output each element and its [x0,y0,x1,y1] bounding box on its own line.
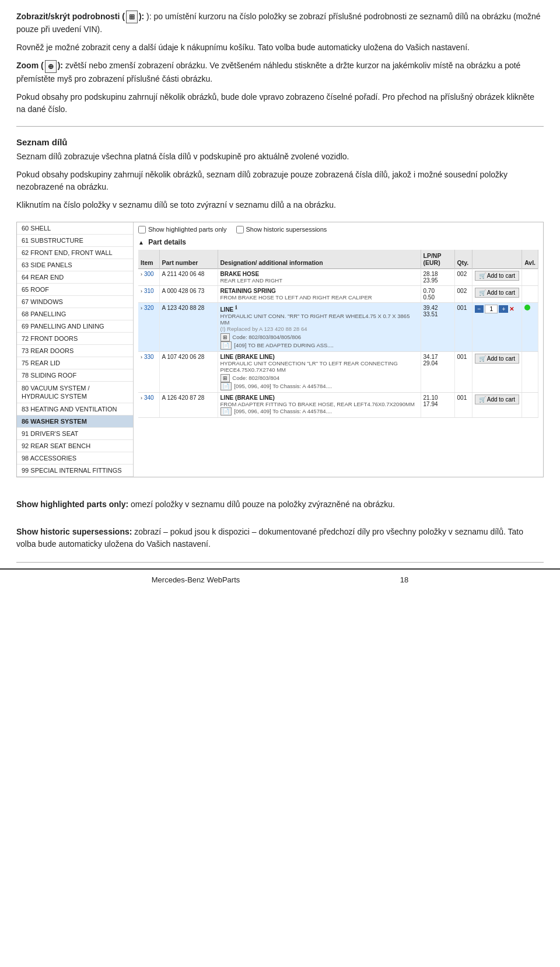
designation-300: BRAKE HOSE REAR LEFT AND RIGHT [218,268,421,285]
item-300[interactable]: ›300 [138,268,159,285]
designation-310: RETAINING SPRING FROM BRAKE HOSE TO LEFT… [218,285,421,302]
sidebar-item-62[interactable]: 62 FRONT END, FRONT WALL [17,247,133,259]
action-310[interactable]: 🛒 Add to cart [472,285,522,302]
code-icon-330: ⊞ [220,374,230,382]
part-number-310: A 000 428 06 73 [159,285,218,302]
table-row: ›340 A 126 420 87 28 LINE (BRAKE LINE) F… [138,392,538,417]
qty-minus-320[interactable]: − [475,305,484,313]
seznam-para-1: Seznam dílů zobrazuje všechna platná čís… [16,151,544,163]
filter-historic[interactable]: Show historic supersessions [236,226,327,233]
sidebar-item-92[interactable]: 92 REAR SEAT BENCH [17,440,133,452]
col-avl: Avl. [522,250,538,269]
price-340: 21.1017.94 [421,392,454,417]
price-320: 39.4233.51 [421,302,454,351]
sidebar-item-99[interactable]: 99 SPECIAL INTERNAL FITTINGS [17,465,133,477]
chevron-icon: › [141,354,142,360]
sidebar-item-75[interactable]: 75 REAR LID [17,357,133,369]
action-330[interactable]: 🛒 Add to cart [472,351,522,392]
add-to-cart-310[interactable]: 🛒 Add to cart [475,288,520,298]
sidebar-menu: 60 SHELL 61 SUBSTRUCTURE 62 FRONT END, F… [17,222,134,477]
qty-control-320: − + ✕ [475,305,520,313]
qty-330: 001 [454,351,472,392]
sidebar-item-73[interactable]: 73 REAR DOORS [17,345,133,357]
chevron-icon: › [141,271,142,277]
designation-330: LINE (BRAKE LINE) HYDRAULIC UNIT CONNECT… [218,351,421,392]
intro-paragraph-2: Rovněž je možné zobrazit ceny a další úd… [16,41,544,54]
code-icon: ⊞ [220,333,230,341]
add-to-cart-300[interactable]: 🛒 Add to cart [475,271,520,281]
sidebar-item-65[interactable]: 65 ROOF [17,284,133,296]
page-number: 18 [400,575,408,584]
qty-input-320[interactable] [485,305,498,313]
bottom-para-2: Show historic supersessions: zobrazí – p… [16,526,544,550]
table-row: ›320 A 123 420 88 28 LINE ℹ HYDRAULIC UN… [138,302,538,351]
sidebar-item-61[interactable]: 61 SUBSTRUCTURE [17,235,133,247]
historic-label: Show historic supersessions [246,226,327,233]
price-300: 28.1823.95 [421,268,454,285]
action-340[interactable]: 🛒 Add to cart [472,392,522,417]
footer-divider [16,562,544,563]
add-to-cart-330[interactable]: 🛒 Add to cart [475,354,520,364]
qty-remove-320[interactable]: ✕ [509,306,514,312]
designation-340: LINE (BRAKE LINE) FROM ADAPTER FITTING T… [218,392,421,417]
zoom-text: zvětší nebo zmenší zobrazení obrázku. Ve… [16,61,520,83]
sidebar-item-63[interactable]: 63 SIDE PANELS [17,259,133,271]
highlight-checkbox[interactable] [138,226,146,233]
part-details-header: ▲ Part details [138,238,538,246]
action-300[interactable]: 🛒 Add to cart [472,268,522,285]
part-number-340: A 126 420 87 28 [159,392,218,417]
item-340[interactable]: ›340 [138,392,159,417]
col-item: Item [138,250,159,269]
screenshot-container: 60 SHELL 61 SUBSTRUCTURE 62 FRONT END, F… [16,222,544,478]
sidebar-item-68[interactable]: 68 PANELLING [17,308,133,320]
historic-checkbox[interactable] [236,226,244,233]
chevron-icon: › [141,395,142,401]
chevron-icon: › [141,288,142,294]
avl-340 [522,392,538,417]
bottom-para-1: Show highlighted parts only: omezí polož… [16,498,544,511]
sidebar-item-64[interactable]: 64 REAR END [17,271,133,284]
designation-320: LINE ℹ HYDRAULIC UNIT CONN. "RR" TO RIGH… [218,302,421,351]
add-to-cart-340[interactable]: 🛒 Add to cart [475,395,520,404]
qty-plus-320[interactable]: + [499,305,508,313]
sidebar-item-86[interactable]: 86 WASHER SYSTEM [17,416,133,428]
avl-300 [522,268,538,285]
sidebar-item-80[interactable]: 80 VACUUM SYSTEM / HYDRAULIC SYSTEM [17,382,133,404]
bottom-bold-1: Show highlighted parts only: [16,500,128,509]
sidebar-item-83[interactable]: 83 HEATING AND VENTILATION [17,403,133,416]
item-320[interactable]: ›320 [138,302,159,351]
footer-text: Mercedes-Benz WebParts [152,575,240,584]
part-number-300: A 211 420 06 48 [159,268,218,285]
sidebar-item-98[interactable]: 98 ACCESSORIES [17,452,133,465]
toggle-icon: ⊞ [126,11,138,23]
qty-310: 002 [454,285,472,302]
availability-dot-320 [524,305,530,310]
seznam-para-2: Pokud obsahy podskupiny zahrnují několik… [16,169,544,193]
avl-310 [522,285,538,302]
action-320[interactable]: − + ✕ [472,302,522,351]
page-footer: Mercedes-Benz WebParts 18 [0,568,560,590]
filter-highlighted[interactable]: Show highlighted parts only [138,226,227,233]
zoom-icon: ⊕ [45,60,57,73]
col-action [472,250,522,269]
zoom-label: Zoom (⊕): [16,61,63,70]
sidebar-item-67[interactable]: 67 WINDOWS [17,296,133,308]
sidebar-item-91[interactable]: 91 DRIVER'S SEAT [17,428,133,440]
sidebar-item-78[interactable]: 78 SLIDING ROOF [17,369,133,382]
sidebar-item-60[interactable]: 60 SHELL [17,222,133,235]
parts-table: Item Part number Designation/ additional… [138,250,538,418]
expand-icon: ▲ [138,239,144,246]
intro-bold-title: Zobrazit/skrýt podrobnosti (⊞): [16,12,144,21]
sidebar-item-69[interactable]: 69 PANELLING AND LINING [17,320,133,333]
filter-bar: Show highlighted parts only Show histori… [138,226,538,233]
sidebar-item-72[interactable]: 72 FRONT DOORS [17,333,133,345]
qty-340: 001 [454,392,472,417]
item-330[interactable]: ›330 [138,351,159,392]
qty-320: 001 [454,302,472,351]
main-panel: Show highlighted parts only Show histori… [134,222,543,477]
seznam-para-3: Kliknutím na číslo položky v seznamu díl… [16,199,544,211]
item-310[interactable]: ›310 [138,285,159,302]
intro-paragraph-3: Zoom (⊕): zvětší nebo zmenší zobrazení o… [16,60,544,85]
col-part-number: Part number [159,250,218,269]
col-lpnp: LP/NP(EUR) [421,250,454,269]
